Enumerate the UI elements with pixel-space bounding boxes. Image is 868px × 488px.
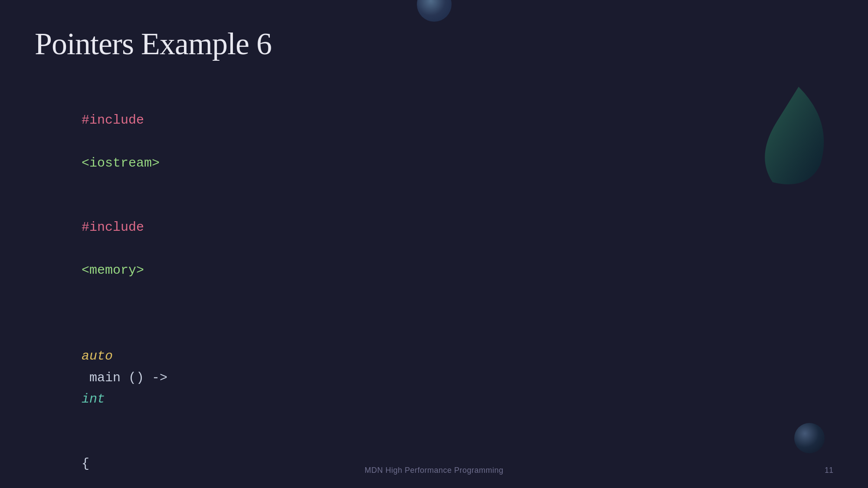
blank-line-1 (35, 303, 833, 324)
code-block: #include <iostream> #include <memory> au… (35, 88, 833, 488)
keyword-auto: auto (82, 349, 113, 364)
code-line-main-sig: auto main () -> int (35, 324, 833, 432)
footer: MDN High Performance Programming 11 (0, 466, 868, 475)
code-line-include1: #include <iostream> (35, 88, 833, 196)
slide-title: Pointers Example 6 (35, 26, 833, 62)
orb-top-decoration (417, 0, 452, 22)
shape-top-right-decoration (764, 87, 833, 191)
slide: Pointers Example 6 #include <iostream> #… (0, 0, 868, 488)
footer-title: MDN High Performance Programming (364, 466, 503, 475)
include-memory: <memory> (82, 263, 144, 278)
keyword-int-return: int (82, 392, 105, 406)
keyword-include2: #include (82, 220, 144, 235)
code-line-open-brace: { (35, 432, 833, 488)
code-line-include2: #include <memory> (35, 196, 833, 303)
footer-page-number: 11 (825, 466, 833, 475)
keyword-include: #include (82, 113, 144, 128)
include-iostream: <iostream> (82, 156, 160, 170)
orb-bottom-right-decoration (794, 423, 825, 453)
